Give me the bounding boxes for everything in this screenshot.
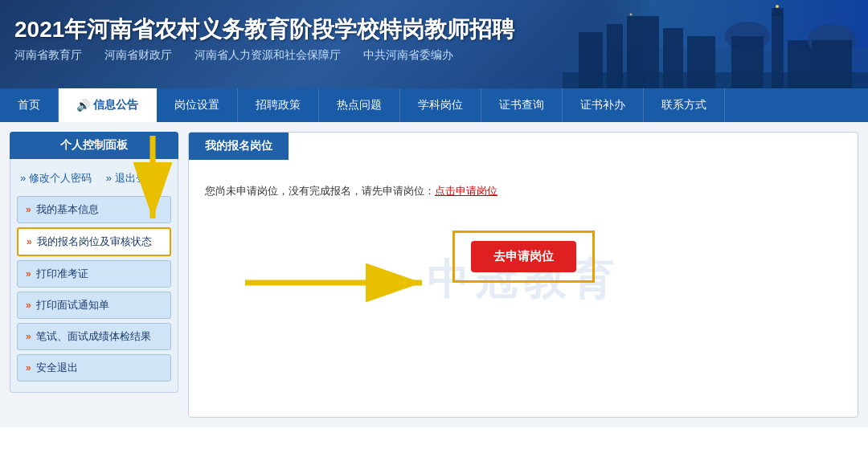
main-panel: 我的报名岗位 中冠教育 您尚未申请岗位，没有完成报名，请先申请岗位：点击申请岗位… <box>188 132 858 418</box>
chevron-icon-1: » <box>27 236 32 247</box>
apply-position-button[interactable]: 去申请岗位 <box>471 241 576 272</box>
nav-positions[interactable]: 岗位设置 <box>157 88 238 122</box>
main-tab[interactable]: 我的报名岗位 <box>189 133 289 160</box>
sidebar-basic-info[interactable]: » 我的基本信息 <box>17 196 171 223</box>
page-header: 2021年河南省农村义务教育阶段学校特岗教师招聘 河南省教育厅 河南省财政厅 河… <box>0 0 868 88</box>
nav-announcements[interactable]: 🔊 信息公告 <box>59 88 157 122</box>
sidebar-print-interview-label: 打印面试通知单 <box>36 298 109 312</box>
sidebar-logout[interactable]: » 退出登录 <box>103 169 160 188</box>
sidebar-print-admission-label: 打印准考证 <box>36 267 88 281</box>
sidebar-body: » 修改个人密码 » 退出登录 » 我的基本信息 » 我的报名岗位及审核状态 »… <box>10 159 178 393</box>
sidebar-print-admission[interactable]: » 打印准考证 <box>17 260 171 288</box>
org-4[interactable]: 中共河南省委编办 <box>363 48 453 63</box>
nav-subject[interactable]: 学科岗位 <box>400 88 481 122</box>
nav-cert-query[interactable]: 证书查询 <box>481 88 563 122</box>
apply-button-box: 去申请岗位 <box>452 231 595 283</box>
org-3[interactable]: 河南省人力资源和社会保障厅 <box>194 48 341 63</box>
apply-button-wrapper: 去申请岗位 <box>205 231 841 283</box>
nav-policy[interactable]: 招聘政策 <box>238 88 319 122</box>
speaker-icon: 🔊 <box>76 99 90 112</box>
chevron-icon-0: » <box>26 204 31 215</box>
chevron-icon-3: » <box>26 300 31 311</box>
sidebar-scores[interactable]: » 笔试、面试成绩体检结果 <box>17 323 171 350</box>
org-1[interactable]: 河南省教育厅 <box>14 48 82 63</box>
nav-faq[interactable]: 热点问题 <box>319 88 400 122</box>
apply-link[interactable]: 点击申请岗位 <box>435 185 497 197</box>
sidebar-basic-info-label: 我的基本信息 <box>36 202 99 217</box>
header-orgs: 河南省教育厅 河南省财政厅 河南省人力资源和社会保障厅 中共河南省委编办 <box>14 48 453 63</box>
svg-point-16 <box>630 14 633 16</box>
header-cityscape <box>563 0 868 88</box>
org-2[interactable]: 河南省财政厅 <box>104 48 172 63</box>
svg-rect-14 <box>563 72 868 88</box>
sidebar-registration-status[interactable]: » 我的报名岗位及审核状态 <box>17 227 171 256</box>
page-title: 2021年河南省农村义务教育阶段学校特岗教师招聘 <box>14 14 514 45</box>
notice-text: 您尚未申请岗位，没有完成报名，请先申请岗位：点击申请岗位 <box>205 184 841 198</box>
nav-cert-reissue[interactable]: 证书补办 <box>563 88 644 122</box>
sidebar-safe-logout[interactable]: » 安全退出 <box>17 354 171 382</box>
svg-point-15 <box>776 5 779 8</box>
sidebar-title: 个人控制面板 <box>10 132 178 159</box>
notice-static: 您尚未申请岗位，没有完成报名，请先申请岗位： <box>205 185 435 197</box>
sidebar-safe-logout-label: 安全退出 <box>36 361 78 375</box>
chevron-icon-2: » <box>26 268 31 280</box>
content-area: 个人控制面板 » 修改个人密码 » 退出登录 » 我的基本信息 » 我的报名岗位… <box>0 122 868 427</box>
sidebar-print-interview[interactable]: » 打印面试通知单 <box>17 292 171 319</box>
chevron-icon-5: » <box>26 362 31 373</box>
sidebar-change-pwd[interactable]: » 修改个人密码 <box>17 169 95 188</box>
nav-contact[interactable]: 联系方式 <box>644 88 725 122</box>
chevron-icon-4: » <box>26 331 31 342</box>
navbar: 首页 🔊 信息公告 岗位设置 招聘政策 热点问题 学科岗位 证书查询 证书补办 … <box>0 88 868 122</box>
sidebar: 个人控制面板 » 修改个人密码 » 退出登录 » 我的基本信息 » 我的报名岗位… <box>10 132 178 418</box>
main-body: 中冠教育 您尚未申请岗位，没有完成报名，请先申请岗位：点击申请岗位 去申请岗位 <box>189 160 858 401</box>
nav-home[interactable]: 首页 <box>0 88 59 122</box>
sidebar-registration-label: 我的报名岗位及审核状态 <box>37 235 152 249</box>
sidebar-scores-label: 笔试、面试成绩体检结果 <box>36 329 151 344</box>
